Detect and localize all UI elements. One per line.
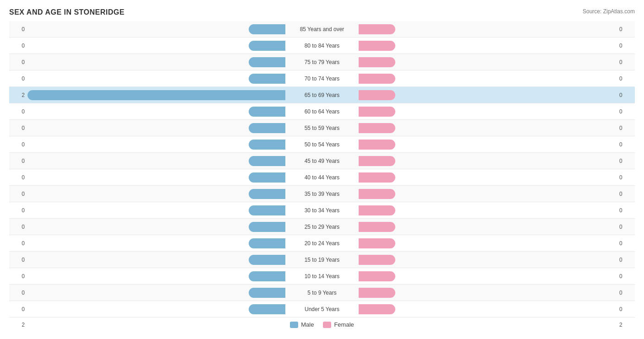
male-bar	[249, 123, 285, 133]
male-bar	[27, 90, 285, 100]
chart-source: Source: ZipAtlas.com	[583, 8, 635, 15]
male-bar	[249, 41, 285, 51]
left-bar-area	[27, 70, 285, 86]
male-bar	[249, 288, 285, 298]
left-value: 0	[9, 125, 27, 131]
left-bar-area	[27, 301, 285, 317]
female-bar	[359, 156, 395, 166]
bar-row: 05 to 9 Years0	[9, 285, 635, 301]
bar-row: 050 to 54 Years0	[9, 136, 635, 153]
chart-container: SEX AND AGE IN STONERIDGE Source: ZipAtl…	[0, 0, 644, 339]
age-label: 20 to 24 Years	[285, 240, 359, 247]
right-bar-area	[359, 21, 617, 37]
right-bar-area	[359, 202, 617, 218]
female-swatch	[323, 322, 331, 328]
left-bar-area	[27, 136, 285, 152]
female-bar	[359, 140, 395, 150]
left-value: 0	[9, 224, 27, 230]
right-value: 0	[617, 59, 635, 65]
left-value: 0	[9, 174, 27, 181]
left-bar-area	[27, 169, 285, 185]
right-value: 0	[617, 125, 635, 131]
left-value: 0	[9, 59, 27, 65]
right-bar-area	[359, 169, 617, 185]
chart-title: SEX AND AGE IN STONERIDGE	[9, 8, 125, 16]
bar-row: 265 to 69 Years0	[9, 87, 635, 103]
chart-footer: 2 Male Female 2	[9, 321, 635, 328]
female-bar	[359, 107, 395, 117]
left-bar-area	[27, 202, 285, 218]
right-value: 0	[617, 108, 635, 115]
age-label: 40 to 44 Years	[285, 174, 359, 181]
left-value: 0	[9, 207, 27, 214]
left-value: 0	[9, 75, 27, 82]
age-label: 60 to 64 Years	[285, 108, 359, 115]
legend-male: Male	[290, 321, 314, 328]
left-bar-area	[27, 120, 285, 136]
age-label: 15 to 19 Years	[285, 257, 359, 263]
left-bar-area	[27, 54, 285, 70]
bar-row: 035 to 39 Years0	[9, 186, 635, 202]
age-label: 45 to 49 Years	[285, 158, 359, 164]
left-value: 0	[9, 273, 27, 280]
male-bar	[249, 271, 285, 281]
bar-row: 020 to 24 Years0	[9, 235, 635, 252]
left-value: 0	[9, 43, 27, 49]
female-bar	[359, 123, 395, 133]
right-value: 0	[617, 75, 635, 82]
right-value: 0	[617, 257, 635, 263]
left-value: 0	[9, 26, 27, 32]
left-bar-area	[27, 38, 285, 54]
right-value: 0	[617, 158, 635, 164]
age-label: 80 to 84 Years	[285, 43, 359, 49]
right-bar-area	[359, 235, 617, 251]
age-label: 70 to 74 Years	[285, 75, 359, 82]
right-value: 0	[617, 141, 635, 148]
left-bar-area	[27, 186, 285, 202]
female-bar	[359, 288, 395, 298]
right-bar-area	[359, 120, 617, 136]
left-value: 0	[9, 108, 27, 115]
right-bar-area	[359, 252, 617, 268]
left-value: 0	[9, 306, 27, 312]
male-bar	[249, 304, 285, 314]
bar-row: 010 to 14 Years0	[9, 268, 635, 285]
male-bar	[249, 107, 285, 117]
right-value: 0	[617, 191, 635, 197]
legend-female: Female	[323, 321, 354, 328]
female-bar	[359, 238, 395, 248]
female-bar	[359, 90, 395, 100]
age-label: 65 to 69 Years	[285, 92, 359, 98]
right-bar-area	[359, 136, 617, 152]
right-bar-area	[359, 268, 617, 284]
bar-row: 015 to 19 Years0	[9, 252, 635, 268]
left-bar-area	[27, 235, 285, 251]
age-label: 85 Years and over	[285, 26, 359, 32]
right-value: 0	[617, 290, 635, 296]
left-bar-area	[27, 103, 285, 119]
axis-left-label: 2	[9, 322, 27, 328]
chart-header: SEX AND AGE IN STONERIDGE Source: ZipAtl…	[9, 8, 635, 16]
age-label: 10 to 14 Years	[285, 273, 359, 280]
male-swatch	[290, 322, 298, 328]
bar-row: 045 to 49 Years0	[9, 153, 635, 169]
right-bar-area	[359, 103, 617, 119]
bar-row: 025 to 29 Years0	[9, 219, 635, 235]
female-bar	[359, 172, 395, 183]
female-bar	[359, 24, 395, 34]
male-bar	[249, 189, 285, 199]
left-value: 0	[9, 240, 27, 247]
right-value: 0	[617, 306, 635, 312]
left-value: 0	[9, 290, 27, 296]
left-bar-area	[27, 21, 285, 37]
left-value: 0	[9, 158, 27, 164]
right-value: 0	[617, 174, 635, 181]
right-bar-area	[359, 38, 617, 54]
male-bar	[249, 205, 285, 215]
right-bar-area	[359, 285, 617, 301]
age-label: 50 to 54 Years	[285, 141, 359, 148]
right-value: 0	[617, 273, 635, 280]
age-label: 75 to 79 Years	[285, 59, 359, 65]
female-bar	[359, 189, 395, 199]
male-bar	[249, 57, 285, 67]
